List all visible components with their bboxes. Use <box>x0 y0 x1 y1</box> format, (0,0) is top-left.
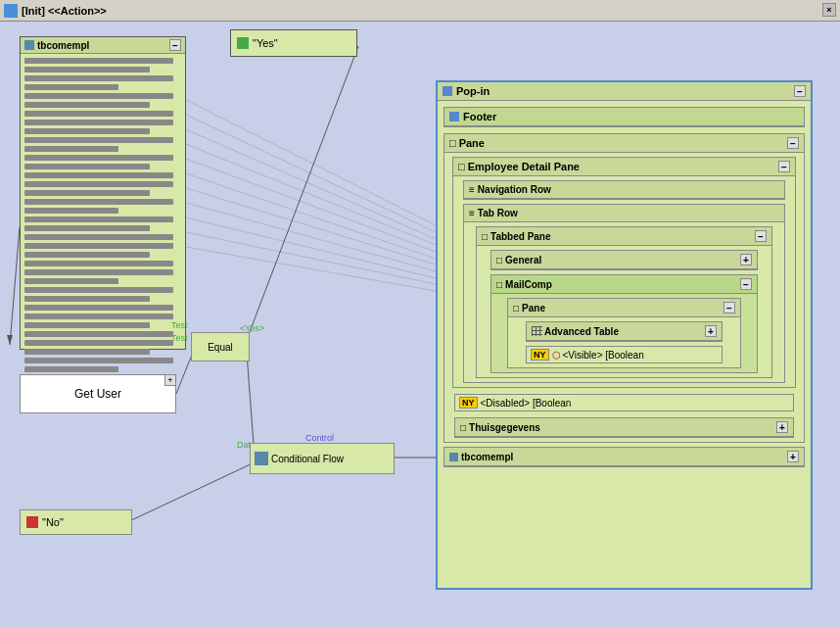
line31 <box>24 322 150 328</box>
advtable-expand[interactable]: + <box>705 325 717 337</box>
line22 <box>24 243 173 249</box>
line8 <box>24 120 173 125</box>
thuisgegevens-panel: □ Thuisgegevens + <box>454 417 794 438</box>
popin-collapse[interactable]: − <box>794 85 806 97</box>
pane-collapse[interactable]: − <box>787 137 799 149</box>
svg-line-3 <box>186 144 436 245</box>
svg-line-1 <box>186 115 436 232</box>
line5 <box>24 93 173 99</box>
emp-title: □ Employee Detail Pane − <box>453 158 795 176</box>
yes-arrow-label: <Yes> <box>240 323 264 333</box>
visible-ny-badge: NY <box>531 349 549 361</box>
mailcomp-pane-icon: □ <box>513 303 519 314</box>
tabbedpane-label: Tabbed Pane <box>490 231 551 242</box>
get-user-plus[interactable]: + <box>164 374 176 386</box>
no-node[interactable]: "No" <box>20 509 132 535</box>
line6 <box>24 102 150 108</box>
tbcomempl-content <box>21 54 185 388</box>
line1 <box>24 58 173 64</box>
tabrow-icon: ≡ <box>469 208 475 218</box>
line23 <box>24 252 150 258</box>
svg-marker-17 <box>7 335 13 345</box>
advtable-label: Advanced Table <box>544 326 619 337</box>
line20 <box>24 225 150 231</box>
thuis-title: □ Thuisgegevens + <box>455 418 793 437</box>
svg-line-4 <box>186 159 436 252</box>
popin-label: Pop-in <box>456 85 490 97</box>
tbcomempl-icon <box>24 40 34 50</box>
tbcomempl2-icon <box>449 453 458 461</box>
emp-label: Employee Detail Pane <box>468 161 580 172</box>
thuis-label: Thuisgegevens <box>469 422 540 433</box>
line24 <box>24 261 173 266</box>
line36 <box>24 366 118 372</box>
popin-panel: Pop-in − Footer □ Pane − □ Employee Deta… <box>436 80 813 590</box>
mailcomp-pane-collapse[interactable]: − <box>723 302 735 314</box>
line18 <box>24 208 118 214</box>
line34 <box>24 349 150 355</box>
thuis-expand[interactable]: + <box>776 421 788 433</box>
title-label: [Init] <<Action>> <box>22 5 107 17</box>
line7 <box>24 111 173 117</box>
tbcomempl-node[interactable]: tbcomempl − <box>20 36 186 350</box>
general-label: General <box>505 255 541 265</box>
line33 <box>24 340 173 346</box>
tabbedpane-collapse[interactable]: − <box>755 230 767 242</box>
close-button[interactable]: × <box>822 3 836 17</box>
disabled-boolean: NY <Disabled> [Boolean <box>454 394 794 411</box>
equal-label: Equal <box>208 342 233 353</box>
line4 <box>24 84 118 90</box>
svg-line-12 <box>127 462 255 522</box>
canvas: "Yes" tbcomempl − <box>0 22 840 627</box>
yes-icon <box>237 37 249 49</box>
line16 <box>24 190 150 196</box>
tab-row-panel: ≡ Tab Row □ Tabbed Pane − □ <box>463 204 785 383</box>
pane-title: □ Pane − <box>444 134 804 153</box>
line25 <box>24 269 173 275</box>
mailcomp-label: MailComp <box>505 279 552 290</box>
yes-node[interactable]: "Yes" <box>230 29 357 57</box>
mailcomp-icon: □ <box>496 279 502 290</box>
tbcomempl-label: tbcomempl <box>37 40 89 51</box>
thuis-icon: □ <box>460 422 466 433</box>
line14 <box>24 172 173 178</box>
control-label: Control <box>305 433 334 443</box>
emp-open-icon: □ <box>458 161 465 172</box>
footer-label: Footer <box>463 111 496 122</box>
tbcomempl2-label: tbcomempl <box>461 452 513 462</box>
svg-line-0 <box>186 100 436 225</box>
get-user-node[interactable]: Get User + <box>20 374 176 413</box>
employee-detail-pane: □ Employee Detail Pane − ≡ Navigation Ro… <box>452 157 796 388</box>
general-expand[interactable]: + <box>740 254 752 265</box>
advanced-table-panel: Advanced Table + <box>526 321 723 342</box>
svg-line-6 <box>186 188 436 265</box>
get-user-label: Get User <box>74 387 121 401</box>
pane-label: Pane <box>459 137 485 149</box>
line21 <box>24 234 173 240</box>
svg-line-7 <box>186 203 436 271</box>
tbcomempl-collapse[interactable]: − <box>169 39 181 51</box>
tbcomempl2-expand[interactable]: + <box>787 451 799 462</box>
footer-title: Footer <box>444 108 804 126</box>
line29 <box>24 305 173 311</box>
line15 <box>24 181 173 187</box>
line3 <box>24 75 173 81</box>
emp-collapse[interactable]: − <box>778 161 790 172</box>
conditional-flow-node[interactable]: Conditional Flow <box>250 443 395 474</box>
line12 <box>24 155 173 161</box>
pane-panel: □ Pane − □ Employee Detail Pane − ≡ Navi… <box>443 133 805 443</box>
line2 <box>24 67 150 72</box>
mailcomp-pane-title: □ Pane − <box>508 299 740 317</box>
line27 <box>24 287 173 293</box>
equal-node[interactable]: Equal <box>191 332 250 362</box>
test2-label: Test <box>171 333 188 343</box>
advtable-title: Advanced Table + <box>527 322 722 341</box>
svg-line-5 <box>186 173 436 259</box>
footer-icon <box>449 112 459 121</box>
no-label: "No" <box>42 516 64 528</box>
line26 <box>24 278 118 284</box>
line13 <box>24 164 150 169</box>
mailcomp-title: □ MailComp − <box>491 275 757 294</box>
svg-line-2 <box>186 129 436 239</box>
mailcomp-collapse[interactable]: − <box>740 278 752 290</box>
